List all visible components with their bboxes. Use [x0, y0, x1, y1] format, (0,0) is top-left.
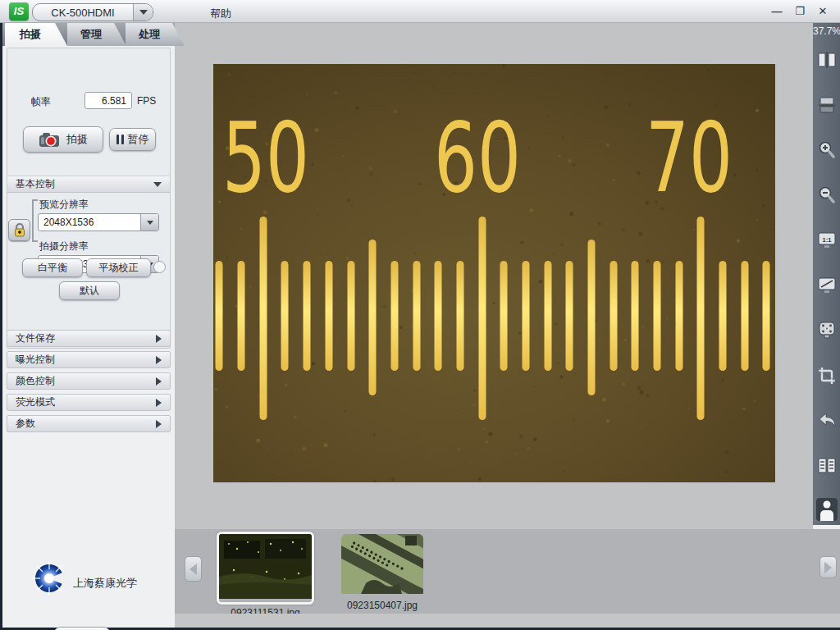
crop-icon — [817, 366, 837, 386]
white-balance-button[interactable]: 白平衡 — [22, 258, 83, 277]
thumbnail-filename: 0923150407.jpg — [341, 600, 423, 611]
section-label: 文件保存 — [16, 331, 55, 345]
fps-unit-label: FPS — [137, 95, 156, 107]
ruler-label-60: 60 — [434, 101, 521, 214]
user-button[interactable] — [813, 497, 840, 522]
thumbnail-image — [219, 534, 312, 599]
microscope-live-image[interactable]: 50 60 70 — [213, 64, 775, 482]
filmstrip: 0923111531.jpg — [175, 529, 840, 628]
help-menu[interactable]: 帮助 — [205, 5, 236, 23]
pause-icon — [116, 135, 124, 144]
ruler-numbers: 50 60 70 — [222, 101, 733, 214]
tab-manage[interactable]: 管理 — [67, 23, 126, 46]
undo-icon — [816, 411, 838, 431]
title-bar: IS CK-500HDMI 帮助 — ❐ ✕ — [0, 0, 840, 23]
basic-control-title: 基本控制 — [16, 177, 55, 191]
thumbnail-image — [341, 534, 423, 594]
expand-arrow-icon — [156, 335, 162, 343]
minimize-button[interactable]: — — [769, 5, 784, 18]
flat-field-checkbox[interactable] — [153, 261, 166, 273]
tab-bar: 拍摄 管理 处理 — [2, 23, 175, 46]
frame-rate-input[interactable] — [84, 92, 132, 109]
user-icon — [815, 497, 838, 522]
section-label: 颜色控制 — [16, 374, 55, 388]
expand-arrow-icon — [156, 377, 162, 386]
zoom-out-button[interactable] — [813, 183, 840, 208]
resolution-lock-button[interactable] — [8, 219, 30, 241]
tab-capture[interactable]: 拍摄 — [5, 23, 67, 46]
zoom-percent-label: 37.7% — [813, 23, 840, 37]
chevron-left-icon — [189, 564, 197, 575]
company-name: 上海蔡康光学 — [73, 576, 137, 591]
zoom-in-button[interactable] — [813, 138, 840, 162]
collapse-arrow-icon — [153, 182, 162, 187]
filmstrip-footer — [175, 614, 840, 628]
default-button[interactable]: 默认 — [59, 281, 120, 300]
filmstrip-prev-button[interactable] — [185, 556, 202, 582]
split-horizontal-icon — [817, 96, 837, 114]
camera-head-icon — [817, 321, 837, 340]
control-panel: 拍摄 管理 处理 帧率 FPS 拍摄 暂停 — [2, 23, 175, 628]
ruler-label-70: 70 — [646, 101, 733, 214]
viewer-toolbar: 37.7% — [813, 23, 840, 525]
chevron-down-icon — [139, 10, 148, 15]
capture-resolution-label: 拍摄分辨率 — [39, 240, 89, 253]
zoom-in-icon — [817, 140, 837, 160]
ruler-label-50: 50 — [222, 101, 309, 214]
browse-images-button[interactable] — [813, 454, 840, 478]
restore-button[interactable]: ❐ — [792, 5, 807, 18]
app-window: IS CK-500HDMI 帮助 — ❐ ✕ 拍摄 管理 处理 帧率 FPS — [0, 0, 840, 630]
section-parameters[interactable]: 参数 — [7, 415, 171, 432]
dropdown-arrow-button[interactable] — [140, 214, 158, 231]
section-label: 荧光模式 — [16, 395, 55, 409]
flat-field-button[interactable]: 平场校正 — [86, 258, 151, 277]
capture-button-label: 拍摄 — [66, 132, 88, 147]
camera-icon — [39, 131, 62, 148]
basic-control-header[interactable]: 基本控制 — [7, 176, 170, 193]
svg-text:1:1: 1:1 — [822, 236, 831, 244]
preview-resolution-label: 预览分辨率 — [39, 198, 89, 212]
section-fluorescence-mode[interactable]: 荧光模式 — [7, 394, 171, 411]
section-color-control[interactable]: 颜色控制 — [7, 372, 171, 390]
split-vertical-button[interactable] — [813, 48, 840, 72]
capture-button[interactable]: 拍摄 — [23, 126, 103, 153]
device-select[interactable]: CK-500HDMI — [32, 3, 153, 21]
viewer-area: 50 60 70 — [175, 23, 813, 529]
expand-arrow-icon — [156, 356, 162, 364]
filmstrip-next-button[interactable] — [819, 556, 837, 578]
app-logo: IS — [9, 2, 29, 21]
lock-icon — [13, 223, 26, 238]
thumbnail-item[interactable]: 0923111531.jpg — [217, 532, 314, 619]
preview-resolution-dropdown[interactable]: 2048X1536 — [38, 213, 159, 231]
close-button[interactable]: ✕ — [815, 5, 830, 18]
pause-button-label: 暂停 — [128, 132, 149, 147]
section-label: 曝光控制 — [16, 353, 55, 367]
split-horizontal-button[interactable] — [813, 93, 840, 117]
device-select-arrow-button[interactable] — [133, 4, 153, 21]
actual-size-icon: 1:1 — [816, 231, 838, 250]
resolution-link-bracket — [32, 199, 38, 242]
zoom-out-icon — [817, 185, 837, 205]
capture-settings-panel: 帧率 FPS 拍摄 暂停 基本控制 — [7, 48, 171, 349]
section-file-save[interactable]: 文件保存 — [7, 330, 171, 347]
fit-screen-button[interactable] — [813, 273, 840, 298]
company-logo-icon — [30, 559, 68, 597]
expand-arrow-icon — [156, 420, 162, 428]
frame-rate-label: 帧率 — [31, 95, 51, 109]
actual-size-button[interactable]: 1:1 — [813, 228, 840, 253]
undo-button[interactable] — [813, 409, 840, 433]
expand-arrow-icon — [156, 399, 162, 407]
upgrade-button[interactable]: 升级 — [53, 627, 111, 630]
thumbnail-item[interactable]: 0923150407.jpg — [341, 534, 423, 611]
section-label: 参数 — [16, 417, 35, 431]
preview-resolution-value: 2048X1536 — [39, 217, 140, 228]
pause-button[interactable]: 暂停 — [109, 128, 156, 151]
chevron-down-icon — [147, 221, 153, 225]
chevron-right-icon — [824, 562, 832, 573]
section-exposure-control[interactable]: 曝光控制 — [7, 351, 171, 368]
device-name: CK-500HDMI — [33, 7, 133, 19]
crop-button[interactable] — [813, 363, 840, 388]
split-vertical-icon — [817, 51, 837, 69]
window-controls: — ❐ ✕ — [769, 5, 830, 18]
camera-head-button[interactable] — [813, 318, 840, 343]
